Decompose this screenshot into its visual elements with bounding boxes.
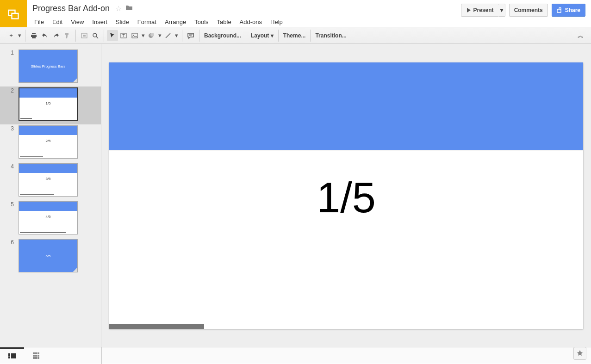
thumbnail-text: 1/5: [19, 101, 77, 105]
image-dropdown[interactable]: ▾: [140, 30, 146, 41]
slide-thumbnail[interactable]: 21/5: [0, 86, 101, 124]
svg-rect-22: [37, 352, 39, 354]
slide-body-text[interactable]: 1/5: [109, 173, 583, 222]
comments-label: Comments: [514, 7, 543, 13]
present-dropdown[interactable]: ▾: [498, 4, 505, 17]
thumbnail-number: 6: [6, 239, 19, 246]
collapse-toolbar-icon[interactable]: ︽: [578, 31, 588, 40]
line-icon[interactable]: [162, 30, 174, 41]
svg-rect-24: [35, 355, 37, 357]
grid-view-icon[interactable]: [24, 347, 48, 364]
svg-rect-4: [83, 35, 86, 37]
select-tool-icon[interactable]: [107, 30, 118, 41]
redo-icon[interactable]: [50, 30, 62, 41]
theme-button[interactable]: Theme...: [279, 30, 311, 42]
thumbnail-progress: [20, 156, 43, 157]
image-icon[interactable]: [129, 30, 140, 41]
print-icon[interactable]: [28, 30, 39, 41]
zoom-fit-icon[interactable]: [79, 30, 90, 41]
thumbnail-number: 5: [6, 201, 19, 208]
thumbnail-preview[interactable]: 1/5: [19, 87, 78, 121]
share-label: Share: [565, 7, 580, 13]
svg-rect-26: [33, 357, 35, 359]
document-title[interactable]: Progress Bar Add-on: [31, 3, 112, 14]
slide-thumbnail[interactable]: 32/5: [0, 124, 101, 162]
svg-rect-20: [33, 352, 35, 354]
filmstrip-view-icon[interactable]: [0, 347, 24, 364]
canvas-area[interactable]: 1/5: [101, 44, 591, 347]
thumbnail-text: 4/5: [19, 215, 77, 219]
folder-icon[interactable]: [125, 5, 133, 12]
explore-button[interactable]: [573, 347, 586, 360]
paint-format-icon[interactable]: [62, 30, 73, 41]
menu-insert[interactable]: Insert: [88, 17, 111, 27]
svg-line-13: [166, 33, 170, 38]
current-slide[interactable]: 1/5: [109, 62, 583, 329]
menu-addons[interactable]: Add-ons: [236, 17, 266, 27]
thumbnail-progress: [20, 232, 66, 233]
thumbnail-text: 2/5: [19, 139, 77, 143]
page-curl-icon: [73, 267, 77, 272]
comments-button[interactable]: Comments: [509, 4, 548, 17]
zoom-icon[interactable]: [90, 30, 101, 41]
thumbnail-band: [19, 202, 77, 211]
textbox-icon[interactable]: T: [118, 30, 129, 41]
present-button[interactable]: Present: [461, 4, 499, 17]
svg-rect-2: [557, 9, 561, 12]
line-dropdown[interactable]: ▾: [174, 30, 179, 41]
layout-button[interactable]: Layout ▾: [246, 30, 279, 42]
menu-file[interactable]: File: [31, 17, 48, 27]
slide-thumbnail[interactable]: 65/5: [0, 238, 101, 276]
present-label: Present: [473, 7, 494, 13]
footer: [0, 347, 591, 364]
thumbnail-preview[interactable]: 3/5: [19, 163, 78, 197]
menu-arrange[interactable]: Arrange: [161, 17, 190, 27]
svg-rect-17: [8, 355, 10, 357]
menu-bar: File Edit View Insert Slide Format Arran…: [31, 17, 461, 27]
star-icon[interactable]: ☆: [115, 4, 122, 13]
menu-help[interactable]: Help: [267, 17, 286, 27]
svg-rect-27: [35, 357, 37, 359]
slide-panel[interactable]: 1Slides Progress Bars21/532/543/554/565/…: [0, 44, 101, 347]
menu-slide[interactable]: Slide: [112, 17, 133, 27]
comment-icon[interactable]: [185, 30, 196, 41]
menu-edit[interactable]: Edit: [49, 17, 66, 27]
menu-tools[interactable]: Tools: [191, 17, 212, 27]
menu-table[interactable]: Table: [213, 17, 235, 27]
new-slide-dropdown[interactable]: ▾: [17, 30, 22, 41]
layout-label: Layout: [251, 32, 269, 39]
thumbnail-band: [19, 164, 77, 173]
new-slide-button[interactable]: +: [6, 30, 17, 41]
svg-point-12: [150, 33, 154, 37]
svg-text:T: T: [122, 33, 125, 38]
thumbnail-preview[interactable]: 5/5: [19, 239, 78, 272]
menu-format[interactable]: Format: [134, 17, 160, 27]
workspace: 1Slides Progress Bars21/532/543/554/565/…: [0, 44, 591, 347]
toolbar: + ▾ T ▾ ▾ ▾ Background... Layout ▾ Theme…: [0, 27, 591, 44]
thumbnail-number: 2: [6, 87, 19, 94]
app-logo[interactable]: [0, 0, 27, 27]
thumbnail-number: 1: [6, 49, 19, 56]
share-button[interactable]: Share: [552, 4, 585, 17]
thumbnail-preview[interactable]: Slides Progress Bars: [19, 49, 78, 83]
thumbnail-preview[interactable]: 4/5: [19, 201, 78, 234]
slide-thumbnail[interactable]: 1Slides Progress Bars: [0, 49, 101, 86]
transition-button[interactable]: Transition...: [311, 30, 351, 42]
thumbnail-content: 5/5: [19, 240, 77, 272]
slide-thumbnail[interactable]: 43/5: [0, 162, 101, 200]
svg-rect-25: [37, 355, 39, 357]
thumbnail-band: [19, 88, 77, 98]
svg-line-6: [96, 37, 98, 38]
shape-dropdown[interactable]: ▾: [157, 30, 162, 41]
background-button[interactable]: Background...: [199, 30, 246, 42]
slide-thumbnail[interactable]: 54/5: [0, 200, 101, 238]
undo-icon[interactable]: [39, 30, 50, 41]
thumbnail-progress: [20, 194, 54, 195]
svg-point-5: [93, 33, 97, 37]
shape-icon[interactable]: [146, 30, 157, 41]
thumbnail-number: 3: [6, 125, 19, 132]
thumbnail-preview[interactable]: 2/5: [19, 125, 78, 159]
page-curl-icon: [73, 78, 77, 82]
thumbnail-progress: [20, 118, 32, 119]
menu-view[interactable]: View: [67, 17, 87, 27]
